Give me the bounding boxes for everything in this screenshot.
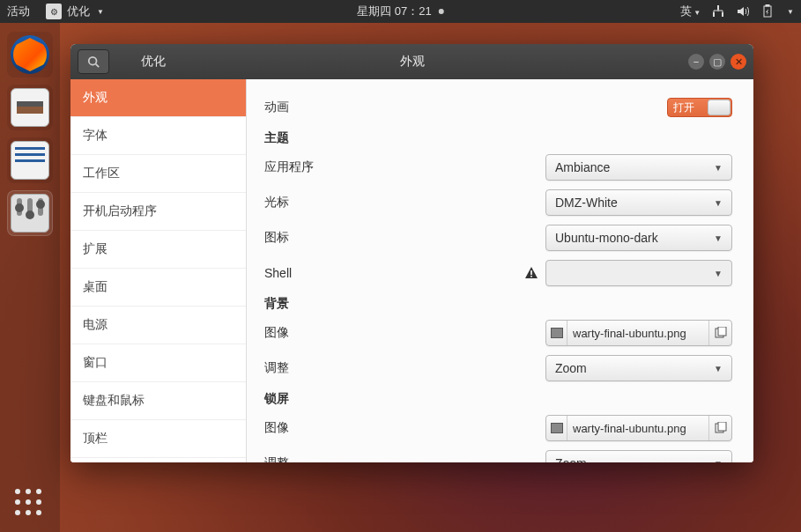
svg-rect-0	[717, 5, 719, 10]
svg-point-5	[89, 57, 97, 65]
sidebar-item-topbar[interactable]: 顶栏	[70, 420, 246, 458]
svg-rect-15	[718, 422, 726, 431]
dock-item-files[interactable]	[7, 85, 53, 130]
file-name-label: warty-final-ubuntu.png	[567, 321, 708, 345]
toggle-on-text: 打开	[673, 100, 694, 115]
libreoffice-writer-icon	[11, 141, 49, 180]
sidebar-item-power[interactable]: 电源	[70, 307, 246, 344]
header-app-title: 优化	[141, 54, 166, 70]
svg-rect-6	[530, 270, 532, 275]
svg-rect-9	[552, 329, 562, 337]
svg-rect-4	[766, 4, 769, 6]
sidebar-item-desktop[interactable]: 桌面	[70, 269, 246, 307]
svg-rect-11	[718, 327, 726, 336]
app-menu-label[interactable]: 优化	[67, 4, 90, 19]
battery-icon[interactable]	[760, 4, 775, 18]
category-sidebar: 外观 字体 工作区 开机启动程序 扩展 桌面 电源 窗口 键盘和鼠标 顶栏	[70, 79, 247, 462]
animations-label: 动画	[264, 100, 289, 115]
chevron-down-icon: ▼	[714, 459, 723, 463]
maximize-button[interactable]: ▢	[709, 54, 725, 70]
minimize-button[interactable]: −	[688, 54, 704, 70]
top-panel: 活动 ⚙ 优化 ▼ 星期四 07：21 英▼ ▼	[0, 0, 801, 23]
input-method-indicator[interactable]: 英▼	[680, 4, 701, 19]
chevron-down-icon: ▼	[714, 364, 723, 373]
combo-value: DMZ-White	[555, 196, 714, 210]
header-page-title: 外观	[400, 54, 425, 70]
chevron-down-icon: ▼	[97, 8, 104, 16]
clock-label[interactable]: 星期四 07：21	[357, 4, 432, 19]
gnome-tweaks-icon	[11, 194, 49, 233]
sidebar-item-windows[interactable]: 窗口	[70, 344, 246, 382]
lockscreen-adjust-label: 调整	[264, 455, 289, 462]
lockscreen-section-header: 锁屏	[264, 391, 732, 407]
search-icon	[87, 55, 100, 68]
dock-item-tweaks[interactable]	[7, 190, 53, 236]
lockscreen-image-label: 图像	[264, 420, 289, 436]
warning-icon	[524, 266, 538, 280]
firefox-icon	[11, 35, 49, 74]
sidebar-item-keyboard-mouse[interactable]: 键盘和鼠标	[70, 382, 246, 420]
combo-value: Ubuntu-mono-dark	[555, 231, 714, 245]
background-image-label: 图像	[264, 325, 289, 341]
sidebar-item-extensions[interactable]: 扩展	[70, 231, 246, 269]
browse-icon	[708, 416, 731, 440]
chevron-down-icon: ▼	[714, 233, 723, 243]
sidebar-item-startup[interactable]: 开机启动程序	[70, 193, 246, 231]
background-adjust-label: 调整	[264, 360, 289, 376]
toggle-knob	[708, 100, 731, 115]
chevron-down-icon: ▼	[714, 198, 723, 208]
tweaks-window: 优化 外观 − ▢ ✕ 外观 字体 工作区 开机启动程序 扩展 桌面 电源 窗口…	[70, 44, 753, 462]
chevron-down-icon: ▼	[714, 269, 723, 278]
file-manager-icon	[11, 88, 49, 127]
cursor-theme-combo[interactable]: DMZ-White ▼	[545, 189, 732, 216]
combo-value: Zoom	[555, 456, 714, 462]
dock-item-firefox[interactable]	[7, 32, 53, 78]
browse-icon	[708, 321, 731, 345]
activities-button[interactable]: 活动	[7, 4, 30, 19]
icon-theme-combo[interactable]: Ubuntu-mono-dark ▼	[545, 225, 732, 251]
close-button[interactable]: ✕	[731, 54, 746, 70]
background-section-header: 背景	[264, 296, 732, 312]
animations-toggle[interactable]: 打开	[667, 98, 732, 117]
chevron-down-icon: ▼	[714, 163, 723, 173]
tweaks-indicator-icon: ⚙	[46, 4, 62, 19]
shell-theme-combo: ▼	[545, 260, 732, 286]
applications-theme-combo[interactable]: Ambiance ▼	[545, 154, 732, 181]
file-name-label: warty-final-ubuntu.png	[567, 416, 708, 440]
dock	[0, 23, 60, 532]
network-icon[interactable]	[711, 4, 725, 18]
lockscreen-adjust-combo[interactable]: Zoom ▼	[545, 450, 732, 462]
settings-content: 动画 打开 主题 应用程序 Ambiance ▼ 光标	[247, 79, 753, 462]
background-image-chooser[interactable]: warty-final-ubuntu.png	[545, 320, 732, 346]
image-file-icon	[546, 416, 567, 440]
notification-dot-icon	[439, 9, 444, 14]
sidebar-item-appearance[interactable]: 外观	[70, 79, 246, 117]
background-adjust-combo[interactable]: Zoom ▼	[545, 355, 732, 381]
dock-item-writer[interactable]	[7, 137, 53, 183]
show-applications-button[interactable]	[12, 486, 44, 518]
shell-theme-label: Shell	[264, 266, 292, 280]
combo-value: Zoom	[555, 361, 714, 375]
theme-section-header: 主题	[264, 130, 732, 146]
applications-theme-label: 应用程序	[264, 159, 314, 175]
system-menu-chevron-icon[interactable]: ▼	[787, 8, 794, 16]
sidebar-item-workspaces[interactable]: 工作区	[70, 155, 246, 193]
icon-theme-label: 图标	[264, 230, 289, 246]
search-button[interactable]	[78, 49, 109, 74]
svg-rect-13	[552, 424, 562, 432]
svg-rect-7	[530, 276, 532, 277]
combo-value: Ambiance	[555, 160, 714, 174]
volume-icon[interactable]	[736, 4, 750, 18]
image-file-icon	[546, 321, 567, 345]
titlebar: 优化 外观 − ▢ ✕	[70, 44, 753, 79]
lockscreen-image-chooser[interactable]: warty-final-ubuntu.png	[545, 415, 732, 441]
sidebar-item-fonts[interactable]: 字体	[70, 117, 246, 155]
cursor-theme-label: 光标	[264, 195, 289, 211]
